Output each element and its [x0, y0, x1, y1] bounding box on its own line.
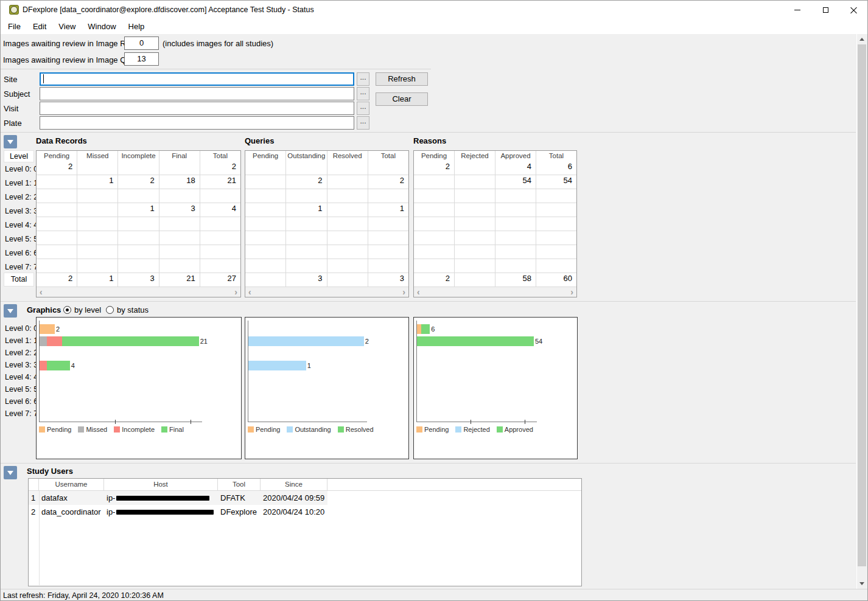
table-row — [37, 245, 240, 259]
scroll-right-icon[interactable] — [402, 287, 405, 297]
status-bar: Last refresh: Friday, April 24, 2020 10:… — [1, 589, 867, 601]
cell: 1 — [77, 175, 118, 189]
cell — [159, 259, 200, 273]
cell — [77, 161, 118, 175]
menu-view[interactable]: View — [52, 22, 82, 31]
image-queue-label: Images awaiting review in Image Queue — [3, 55, 144, 64]
subject-input[interactable] — [40, 87, 354, 100]
close-button[interactable] — [839, 1, 867, 19]
legend-item: Rejected — [455, 426, 489, 433]
vertical-scrollbar[interactable] — [856, 34, 867, 589]
study-users-table: Username Host Tool Since 1datafaxip-DFAT… — [28, 478, 582, 586]
refresh-button[interactable]: Refresh — [376, 72, 428, 86]
legend-label: Incomplete — [122, 426, 155, 433]
level-label: Level 3: 3 — [5, 360, 38, 370]
scroll-left-icon[interactable] — [248, 287, 251, 297]
chevron-down-icon — [7, 309, 13, 313]
visit-browse-button[interactable]: ... — [357, 102, 369, 115]
horizontal-scrollbar[interactable] — [37, 287, 240, 297]
graphics-title: Graphics — [27, 305, 61, 314]
scroll-left-icon[interactable] — [417, 287, 420, 297]
plate-browse-button[interactable]: ... — [357, 116, 369, 130]
table-row — [37, 231, 240, 245]
chart-plot: 2214 — [39, 324, 236, 422]
radio-by-level[interactable] — [63, 306, 71, 314]
column-header: Pending — [414, 151, 455, 161]
level-label: Level 5: 5 — [5, 233, 38, 246]
site-input[interactable] — [40, 72, 354, 86]
menu-file[interactable]: File — [2, 22, 27, 31]
legend-item: Final — [161, 426, 184, 433]
cell — [77, 189, 118, 203]
cell — [77, 217, 118, 231]
collapse-tables-button[interactable] — [4, 135, 17, 148]
cell — [118, 217, 159, 231]
x-axis — [416, 422, 537, 422]
minimize-icon — [794, 10, 800, 10]
horizontal-scrollbar[interactable] — [245, 287, 408, 297]
cell — [77, 259, 118, 273]
cell — [327, 189, 368, 203]
bar-value-label: 54 — [535, 338, 542, 345]
cell — [200, 231, 240, 245]
column-header: Resolved — [327, 151, 368, 161]
collapse-study-users-button[interactable] — [4, 466, 17, 479]
cell — [368, 231, 408, 245]
subject-browse-button[interactable]: ... — [357, 87, 369, 100]
header-filler — [327, 479, 581, 490]
menu-help[interactable]: Help — [122, 22, 151, 31]
bar: 4 — [40, 361, 75, 370]
scroll-down-icon[interactable] — [857, 578, 867, 589]
site-browse-button[interactable]: ... — [357, 72, 369, 86]
level-label: Level 7: 7 — [5, 261, 38, 274]
menu-window[interactable]: Window — [82, 22, 122, 31]
table-row — [414, 217, 576, 231]
site-label: Site — [4, 75, 17, 84]
cell — [327, 259, 368, 273]
level-label: Level 2: 2 — [5, 348, 38, 358]
last-refresh-text: Last refresh: Friday, April 24, 2020 10:… — [3, 591, 164, 600]
clear-button[interactable]: Clear — [376, 92, 428, 106]
row-number-column-header — [29, 479, 39, 490]
cell — [414, 245, 455, 259]
cell: 27 — [200, 273, 240, 287]
x-axis — [248, 422, 367, 422]
study-user-row[interactable]: 1datafaxip-DFATK2020/04/24 09:59 — [29, 491, 581, 505]
table-row — [245, 217, 408, 231]
cell: 1 — [77, 273, 118, 287]
legend-item: Approved — [497, 426, 533, 433]
data-records-title: Data Records — [36, 136, 87, 145]
table-row: 121821 — [37, 175, 240, 189]
scroll-up-icon[interactable] — [857, 34, 867, 44]
scroll-right-icon[interactable] — [234, 287, 237, 297]
total-row-header: Total — [4, 273, 34, 287]
scroll-left-icon[interactable] — [40, 287, 43, 297]
plate-input[interactable] — [40, 116, 354, 130]
cell — [414, 259, 455, 273]
cell — [37, 175, 77, 189]
scroll-right-icon[interactable] — [570, 287, 573, 297]
visit-input[interactable] — [40, 102, 354, 115]
study-user-row[interactable]: 2data_coordinatorip-DFexplore2020/04/24 … — [29, 505, 581, 519]
cell — [200, 217, 240, 231]
cell: 21 — [159, 273, 200, 287]
scrollbar-thumb[interactable] — [858, 44, 866, 566]
bar: 2 — [248, 336, 369, 346]
cell — [495, 259, 536, 273]
chart-plot: 21 — [248, 324, 404, 422]
cell — [455, 217, 495, 231]
window-title: DFexplore [data_coordinator@explore.dfdi… — [23, 1, 314, 19]
row-filler — [327, 491, 581, 505]
menu-edit[interactable]: Edit — [27, 22, 52, 31]
column-header: Final — [159, 151, 200, 161]
bar-value-label: 21 — [200, 338, 208, 345]
radio-by-status[interactable] — [106, 306, 114, 314]
cell — [455, 203, 495, 217]
horizontal-scrollbar[interactable] — [414, 287, 576, 297]
cell — [495, 231, 536, 245]
radio-by-status-label[interactable]: by status — [117, 305, 149, 314]
maximize-button[interactable] — [811, 1, 839, 19]
collapse-graphics-button[interactable] — [4, 304, 17, 318]
radio-by-level-label[interactable]: by level — [74, 305, 101, 314]
minimize-button[interactable] — [783, 1, 811, 19]
